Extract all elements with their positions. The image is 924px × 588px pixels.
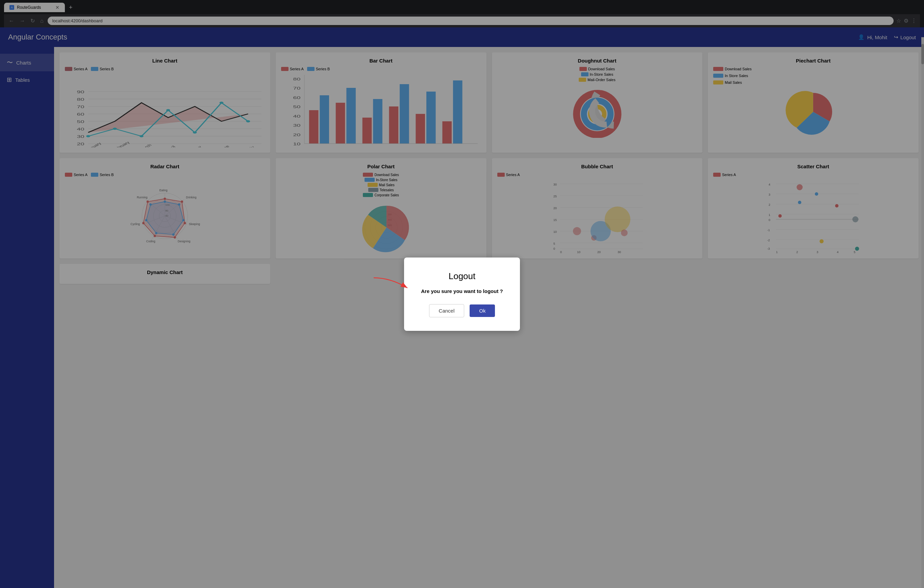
arrow-annotation [370, 274, 411, 295]
ok-button[interactable]: Ok [470, 304, 495, 317]
modal-message: Are you sure you want to logout ? [421, 288, 503, 294]
logout-modal: Logout Are you sure you want to logout ?… [404, 258, 520, 331]
cancel-button[interactable]: Cancel [429, 304, 465, 317]
modal-title: Logout [421, 271, 503, 281]
modal-overlay: Logout Are you sure you want to logout ?… [0, 0, 924, 588]
modal-buttons: Cancel Ok [421, 304, 503, 317]
